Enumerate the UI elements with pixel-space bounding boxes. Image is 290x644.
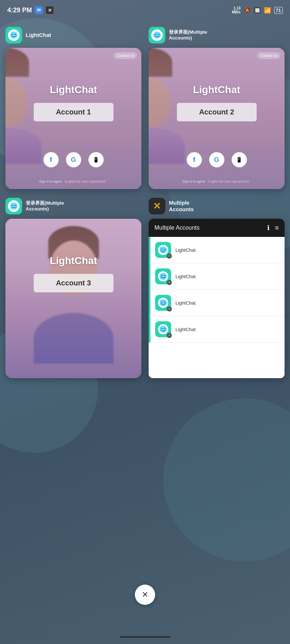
teal-bar-4 <box>149 316 150 343</box>
wifi-icon: 📶 <box>264 7 271 14</box>
app-name-3: 登录界面(MultipleAccounts) <box>26 200 64 212</box>
phone-app-title-3: LightChat <box>50 255 97 267</box>
account-item-wrapper-1: ✕ LightChat <box>149 237 285 263</box>
phone-content-2: Contact us LightChat Account 2 f G 📱 Sig… <box>149 48 285 189</box>
bottom-nav-bar <box>120 636 170 638</box>
account-face-1 <box>158 245 168 255</box>
account-face-3 <box>158 298 168 308</box>
account-item-name-2: LightChat <box>175 274 196 279</box>
phone-app-title-2: LightChat <box>193 84 240 96</box>
lightchat-icon-2[interactable] <box>149 27 165 43</box>
agreement-text-2: Sign in to agree 《LightChat User Agreeme… <box>182 179 251 184</box>
account-face-2 <box>158 271 168 281</box>
multi-accounts-icon[interactable]: ✕ <box>149 198 165 214</box>
app-name-1: LightChat <box>26 32 51 38</box>
status-time: 4:29 PM <box>7 7 32 14</box>
lightchat-face-icon-3 <box>8 200 20 212</box>
account-item-name-4: LightChat <box>175 327 196 332</box>
phone-mockup-2[interactable]: Contact us LightChat Account 2 f G 📱 Sig… <box>149 48 285 189</box>
account-icon-4: ✕ <box>155 321 171 337</box>
bg-decoration-4 <box>163 398 290 561</box>
app-card-3: 登录界面(MultipleAccounts) LightChat Account… <box>5 196 141 378</box>
account-badge-2: ✕ <box>167 280 172 285</box>
close-button[interactable]: ✕ <box>135 585 155 605</box>
account-icon-1: ✕ <box>155 242 171 258</box>
multi-icon-symbol: ✕ <box>153 201 161 212</box>
phone-content-1: Contact us LightChat Account 1 f G 📱 Sig… <box>5 48 141 189</box>
accounts-list[interactable]: ✕ LightChat ✕ <box>149 237 285 378</box>
account-item-name-3: LightChat <box>175 300 196 306</box>
panel-title: Multiple Accounts <box>154 225 200 231</box>
account-list-item-3[interactable]: ✕ LightChat <box>149 290 285 316</box>
account-face-4 <box>158 324 168 334</box>
google-btn-1[interactable]: G <box>66 152 81 167</box>
teal-bar-3 <box>149 290 150 316</box>
lightchat-icon-3[interactable] <box>5 198 22 214</box>
app-card-1: LightChat Contact us LightChat Account 1… <box>5 25 141 189</box>
account-item-wrapper-2: ✕ LightChat <box>149 263 285 290</box>
facebook-btn-2[interactable]: f <box>187 152 202 167</box>
battery-percent: 71 <box>274 7 283 14</box>
lightchat-face-icon-1 <box>8 29 20 41</box>
teal-bar-2 <box>149 263 150 290</box>
mail-icon: ✉ <box>35 6 43 14</box>
account-button-1[interactable]: Account 1 <box>34 103 113 121</box>
app-card-2: 登录界面(MultipleAccounts) Contact us LightC… <box>149 25 285 189</box>
lightchat-face-icon-2 <box>151 29 163 41</box>
info-icon[interactable]: ℹ <box>267 224 270 232</box>
status-icons: 1.13MB/s 🔕 🔲 📶 71 <box>232 6 283 14</box>
phone-mockup-3[interactable]: LightChat Account 3 <box>5 219 141 378</box>
agreement-text-1: Sign in to agree 《LightChat User Agreeme… <box>39 179 108 184</box>
phone-content-3: LightChat Account 3 <box>5 219 141 378</box>
contact-us-btn-2[interactable]: Contact us <box>257 52 280 59</box>
mute-icon: 🔕 <box>244 7 251 14</box>
app-name-4: MultipleAccounts <box>169 200 194 213</box>
account-item-name-1: LightChat <box>175 247 196 253</box>
app-header-4: ✕ MultipleAccounts <box>149 196 285 216</box>
agreement-link-2[interactable]: LightChat User Agreement <box>209 180 248 183</box>
app-header-2: 登录界面(MultipleAccounts) <box>149 25 285 45</box>
bottom-nav <box>0 630 290 644</box>
account-badge-3: ✕ <box>167 306 172 311</box>
panel-header: Multiple Accounts ℹ ≡ <box>149 219 285 237</box>
google-btn-2[interactable]: G <box>209 152 224 167</box>
battery-icon: 🔲 <box>254 7 261 14</box>
contact-us-btn-1[interactable]: Contact us <box>114 52 137 59</box>
account-icon-3: ✕ <box>155 295 171 311</box>
app-header-1: LightChat <box>5 25 141 45</box>
app-card-4: ✕ MultipleAccounts Multiple Accounts ℹ ≡ <box>149 196 285 378</box>
account-badge-1: ✕ <box>167 254 172 259</box>
app-header-3: 登录界面(MultipleAccounts) <box>5 196 141 216</box>
account-item-wrapper-4: ✕ LightChat <box>149 316 285 343</box>
account-button-3[interactable]: Account 3 <box>34 274 113 292</box>
panel-header-icons: ℹ ≡ <box>267 224 279 232</box>
account-list-item-4[interactable]: ✕ LightChat <box>149 316 285 343</box>
facebook-btn-1[interactable]: f <box>44 152 59 167</box>
phone-mockup-1[interactable]: Contact us LightChat Account 1 f G 📱 Sig… <box>5 48 141 189</box>
account-button-2[interactable]: Account 2 <box>177 103 257 121</box>
teal-bar-1 <box>149 237 150 263</box>
status-bar: 4:29 PM ✉ ✕ 1.13MB/s 🔕 🔲 📶 71 <box>0 0 290 20</box>
agreement-link-1[interactable]: LightChat User Agreement <box>66 180 104 183</box>
account-badge-4: ✕ <box>167 333 172 338</box>
account-list-item-1[interactable]: ✕ LightChat <box>149 237 285 263</box>
account-list-item-2[interactable]: ✕ LightChat <box>149 263 285 290</box>
device-btn-1[interactable]: 📱 <box>88 152 104 167</box>
phone-app-title-1: LightChat <box>50 84 97 96</box>
device-btn-2[interactable]: 📱 <box>232 152 247 167</box>
menu-icon[interactable]: ≡ <box>275 224 279 232</box>
social-icons-1: f G 📱 <box>44 152 104 167</box>
multi-accounts-panel: Multiple Accounts ℹ ≡ ✕ <box>149 219 285 378</box>
app-name-2: 登录界面(MultipleAccounts) <box>169 29 207 41</box>
account-icon-2: ✕ <box>155 268 171 284</box>
account-item-wrapper-3: ✕ LightChat <box>149 290 285 316</box>
social-icons-2: f G 📱 <box>187 152 247 167</box>
close-icon: ✕ <box>142 590 148 599</box>
lightchat-icon-1[interactable] <box>5 27 22 43</box>
network-speed: 1.13MB/s <box>232 6 241 14</box>
x-icon: ✕ <box>46 6 54 14</box>
main-grid: LightChat Contact us LightChat Account 1… <box>5 25 285 378</box>
